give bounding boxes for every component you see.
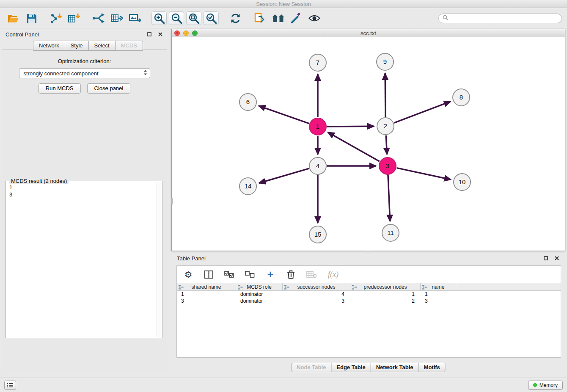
eye-icon[interactable] — [306, 11, 322, 25]
export-network-icon[interactable] — [91, 11, 107, 25]
wand-icon[interactable] — [288, 11, 304, 25]
result-scrollbar[interactable] — [157, 182, 162, 337]
toolbar-group — [91, 11, 143, 25]
tab-edge-table[interactable]: Edge Table — [331, 363, 371, 372]
delete-table-icon — [306, 269, 317, 279]
mcds-result-box: MCDS result (2 nodes) 13 — [6, 181, 163, 338]
graph-node-11[interactable]: 11 — [382, 224, 399, 241]
network-canvas[interactable]: 7968124314101511 — [172, 37, 565, 250]
function-builder-icon: f(x) — [328, 269, 339, 279]
zoom-out-icon[interactable] — [169, 11, 184, 25]
float-table-panel-icon[interactable] — [543, 255, 549, 261]
show-columns-icon[interactable] — [204, 269, 213, 279]
close-table-panel-icon[interactable] — [554, 255, 560, 261]
clone-network-icon[interactable] — [252, 11, 268, 25]
show-panels-menu-icon[interactable] — [4, 381, 16, 390]
optimization-criterion-select[interactable]: strongly connected component — [19, 68, 150, 78]
table-cell[interactable]: dominator — [236, 298, 283, 304]
column-header-predecessor-nodes[interactable]: predecessor nodes — [350, 283, 421, 290]
column-header-shared-name[interactable]: shared name — [177, 283, 236, 290]
tab-node-table[interactable]: Node Table — [291, 363, 331, 372]
add-column-icon[interactable]: + — [266, 269, 275, 279]
graph-node-15[interactable]: 15 — [309, 226, 326, 243]
network-canvas-svg[interactable]: 7968124314101511 — [172, 37, 565, 250]
graph-node-2[interactable]: 2 — [377, 118, 394, 135]
graph-edge-3-10[interactable] — [397, 168, 451, 180]
graph-node-14[interactable]: 14 — [239, 178, 256, 195]
graph-node-1[interactable]: 1 — [309, 118, 326, 135]
import-table-icon[interactable] — [66, 11, 82, 25]
save-session-icon[interactable] — [23, 11, 39, 25]
search-input[interactable] — [451, 15, 558, 22]
toolbar-group — [5, 11, 39, 25]
close-panel-icon[interactable] — [157, 31, 163, 37]
zoom-fit-icon[interactable] — [186, 11, 201, 25]
select-all-columns-icon[interactable] — [224, 269, 234, 279]
column-header-MCDS-role[interactable]: MCDS role — [236, 283, 283, 290]
toolbar-group — [252, 11, 322, 25]
table-settings-icon[interactable]: ⚙ — [184, 269, 193, 279]
table-cell[interactable]: 3 — [421, 298, 456, 304]
graph-edge-3-11[interactable] — [388, 175, 390, 221]
zoom-selected-icon[interactable] — [204, 11, 219, 25]
table-panel: Table Panel ⚙+f(x) shared nameMCDS roles… — [171, 253, 565, 376]
float-panel-icon[interactable] — [146, 31, 152, 37]
table-row[interactable]: 3dominator323 — [177, 298, 561, 304]
table-cell[interactable]: 2 — [350, 298, 421, 304]
graph-edge-2-3[interactable] — [386, 135, 387, 155]
table-cell[interactable]: 3 — [177, 298, 236, 304]
graph-edge-2-9[interactable] — [385, 73, 385, 117]
graph-node-9[interactable]: 9 — [377, 53, 394, 70]
export-table-icon[interactable] — [109, 11, 125, 25]
export-image-icon[interactable] — [127, 11, 143, 25]
graph-node-8[interactable]: 8 — [453, 89, 470, 106]
table-cell[interactable]: 1 — [350, 291, 421, 297]
table-cell[interactable]: dominator — [236, 291, 283, 297]
tab-style[interactable]: Style — [65, 41, 89, 51]
pane-resize-grip-vertical[interactable] — [171, 198, 173, 204]
graph-node-7[interactable]: 7 — [309, 54, 326, 71]
tab-network[interactable]: Network — [33, 41, 65, 51]
run-mcds-button[interactable]: Run MCDS — [39, 83, 81, 94]
table-row[interactable]: 1dominator411 — [177, 291, 561, 298]
column-header-name[interactable]: name — [421, 283, 456, 290]
graph-edge-3-1[interactable] — [328, 132, 380, 161]
optimization-criterion-label: Optimization criterion: — [2, 58, 167, 64]
memory-button[interactable]: Memory — [528, 381, 563, 390]
column-label: shared name — [191, 284, 221, 290]
window-close-icon[interactable]: × — [174, 30, 180, 36]
window-zoom-icon[interactable]: + — [192, 30, 198, 36]
graph-node-10[interactable]: 10 — [454, 174, 471, 190]
tab-mcds[interactable]: MCDS — [116, 41, 143, 51]
tab-motifs[interactable]: Motifs — [419, 363, 446, 372]
table-cell[interactable]: 3 — [283, 298, 350, 304]
open-session-icon[interactable] — [5, 11, 21, 25]
window-minimize-icon[interactable]: − — [183, 30, 189, 36]
import-network-icon[interactable] — [48, 11, 64, 25]
graph-edge-1-2[interactable] — [327, 126, 374, 127]
graph-node-6[interactable]: 6 — [239, 94, 256, 110]
main-toolbar — [0, 8, 567, 28]
graph-node-3[interactable]: 3 — [379, 157, 396, 174]
tab-select[interactable]: Select — [89, 41, 116, 51]
tab-network-table[interactable]: Network Table — [371, 363, 419, 372]
first-neighbors-icon[interactable] — [270, 11, 286, 25]
table-cell[interactable]: 1 — [421, 291, 456, 297]
graph-node-label: 3 — [386, 162, 389, 169]
close-panel-button[interactable]: Close panel — [87, 83, 131, 94]
memory-status-icon — [533, 383, 537, 387]
graph-edge-1-6[interactable] — [259, 106, 309, 124]
pane-resize-grip-horizontal[interactable] — [365, 249, 372, 251]
table-cell[interactable]: 1 — [177, 291, 236, 297]
deselect-all-columns-icon[interactable] — [245, 269, 255, 279]
column-header-successor-nodes[interactable]: successor nodes — [283, 283, 350, 290]
graph-edge-2-8[interactable] — [394, 102, 451, 123]
delete-column-icon[interactable] — [286, 269, 295, 279]
status-bar: Memory — [0, 378, 567, 392]
graph-node-4[interactable]: 4 — [309, 157, 326, 174]
zoom-in-icon[interactable] — [151, 11, 167, 25]
table-cell[interactable]: 4 — [283, 291, 350, 297]
apply-layout-icon[interactable] — [227, 11, 243, 25]
graph-edge-4-14[interactable] — [259, 168, 309, 183]
control-panel-title: Control Panel — [6, 31, 39, 38]
